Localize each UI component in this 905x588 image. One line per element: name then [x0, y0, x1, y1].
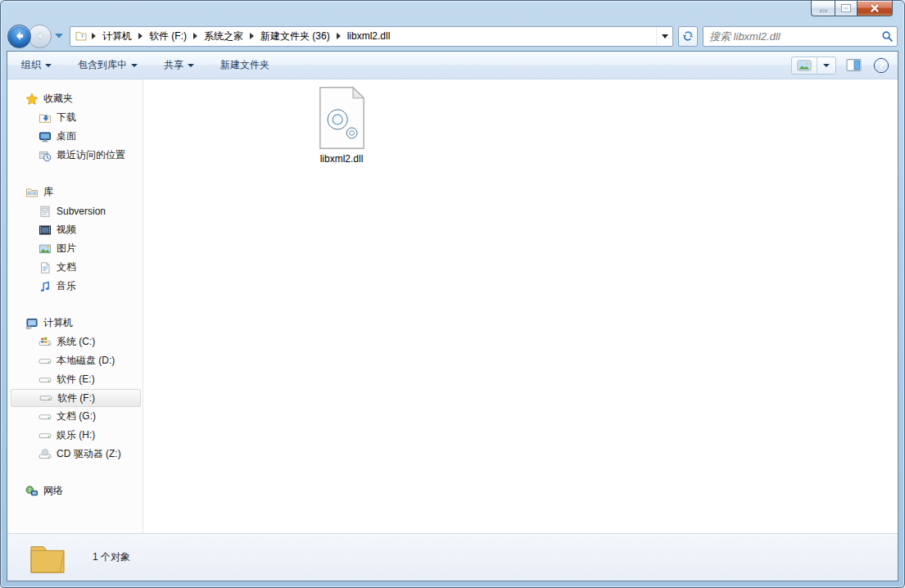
forward-button[interactable] — [28, 25, 52, 48]
address-dropdown-button[interactable] — [656, 27, 672, 46]
computer-icon — [25, 317, 38, 330]
desktop-label: 桌面 — [57, 129, 76, 143]
breadcrumb-folder1[interactable]: 系统之家 — [198, 29, 249, 43]
share-button[interactable]: 共享 — [156, 54, 201, 76]
details-pane: 1 个对象 — [7, 533, 898, 581]
recent-pages-dropdown[interactable] — [55, 34, 63, 38]
chevron-right-icon — [193, 33, 197, 39]
videos-label: 视频 — [57, 223, 76, 237]
music-label: 音乐 — [57, 279, 76, 293]
include-in-library-button[interactable]: 包含到库中 — [70, 54, 145, 76]
cd-drive-icon — [38, 448, 52, 461]
organize-label: 组织 — [21, 58, 41, 72]
sidebar-item-music[interactable]: 音乐 — [7, 277, 143, 296]
videos-icon — [38, 224, 52, 237]
navigation-bar: 计算机 软件 (F:) 系统之家 新建文件夹 (36) libxml2.dll — [7, 23, 898, 49]
sidebar-item-desktop[interactable]: 桌面 — [7, 127, 143, 146]
sidebar-item-drive-d[interactable]: 本地磁盘 (D:) — [7, 351, 143, 370]
help-button[interactable] — [871, 56, 891, 75]
star-icon — [25, 93, 38, 106]
sidebar-group-favorites[interactable]: 收藏夹 — [7, 89, 143, 108]
views-dropdown-button[interactable] — [817, 57, 835, 74]
views-split-button — [791, 57, 836, 75]
preview-pane-button[interactable] — [844, 57, 863, 74]
folder-icon — [29, 541, 66, 575]
toolbar-right-group — [791, 56, 891, 75]
explorer-body: 收藏夹 下载 桌面 最近访问的位置 — [7, 79, 898, 533]
drive-f-label: 软件 (F:) — [57, 391, 95, 405]
desktop-icon — [38, 130, 52, 143]
chevron-right-icon — [337, 33, 341, 39]
new-folder-button[interactable]: 新建文件夹 — [213, 54, 277, 76]
recent-places-icon — [38, 149, 52, 162]
sidebar-item-pictures[interactable]: 图片 — [7, 239, 143, 258]
views-icon — [797, 60, 812, 71]
network-icon — [25, 485, 38, 498]
change-view-button[interactable] — [792, 57, 817, 74]
drive-h-label: 娱乐 (H:) — [57, 428, 95, 442]
refresh-button[interactable] — [678, 26, 698, 47]
sidebar-group-network[interactable]: 网络 — [7, 482, 143, 500]
sidebar-item-subversion[interactable]: Subversion — [7, 201, 143, 220]
breadcrumb-current[interactable]: libxml2.dll — [342, 30, 396, 42]
sidebar-item-drive-h[interactable]: 娱乐 (H:) — [7, 426, 143, 445]
sidebar-item-drive-f[interactable]: 软件 (F:) — [11, 389, 141, 407]
preview-pane-icon — [846, 58, 862, 72]
include-in-library-label: 包含到库中 — [78, 58, 127, 72]
organize-button[interactable]: 组织 — [14, 54, 59, 76]
breadcrumb-drive-f[interactable]: 软件 (F:) — [143, 29, 192, 43]
sidebar-group-computer[interactable]: 计算机 — [7, 314, 143, 332]
item-count-label: 1 个对象 — [93, 550, 130, 564]
drive-icon — [38, 410, 52, 423]
help-icon — [873, 57, 889, 74]
library-icon — [38, 205, 52, 218]
breadcrumb-folder2[interactable]: 新建文件夹 (36) — [255, 29, 336, 43]
drive-c-label: 系统 (C:) — [57, 335, 95, 349]
minimize-button[interactable] — [811, 1, 835, 16]
address-bar[interactable]: 计算机 软件 (F:) 系统之家 新建文件夹 (36) libxml2.dll — [70, 26, 673, 47]
file-list-area[interactable]: libxml2.dll — [143, 79, 898, 533]
documents-icon — [38, 261, 52, 274]
drive-icon — [38, 355, 52, 368]
search-icon[interactable] — [881, 30, 894, 43]
chevron-right-icon — [92, 33, 96, 39]
sidebar-item-documents[interactable]: 文档 — [7, 258, 143, 277]
breadcrumb-computer[interactable]: 计算机 — [97, 29, 138, 43]
search-box — [703, 26, 898, 47]
download-folder-icon — [38, 111, 52, 124]
client-area: 组织 包含到库中 共享 新建文件夹 — [7, 51, 898, 581]
share-label: 共享 — [164, 58, 183, 72]
new-folder-label: 新建文件夹 — [220, 58, 269, 72]
navigation-pane: 收藏夹 下载 桌面 最近访问的位置 — [7, 79, 143, 533]
file-name-label: libxml2.dll — [320, 153, 364, 165]
sidebar-item-drive-g[interactable]: 文档 (G:) — [7, 407, 143, 426]
drive-icon — [38, 373, 52, 387]
system-drive-icon — [38, 336, 52, 349]
search-input[interactable] — [709, 30, 881, 43]
chevron-down-icon — [662, 34, 668, 38]
sidebar-item-recent-places[interactable]: 最近访问的位置 — [7, 146, 143, 165]
drive-z-label: CD 驱动器 (Z:) — [57, 447, 121, 461]
sidebar-item-drive-c[interactable]: 系统 (C:) — [7, 332, 143, 351]
sidebar-item-drive-z[interactable]: CD 驱动器 (Z:) — [7, 445, 143, 464]
maximize-button[interactable] — [835, 1, 857, 16]
current-location-icon[interactable] — [75, 29, 88, 43]
forward-arrow-icon — [34, 29, 47, 43]
libraries-label: 库 — [43, 185, 53, 199]
back-arrow-icon — [13, 29, 26, 43]
back-button[interactable] — [7, 25, 31, 48]
explorer-window: 计算机 软件 (F:) 系统之家 新建文件夹 (36) libxml2.dll — [0, 0, 905, 588]
sidebar-item-videos[interactable]: 视频 — [7, 220, 143, 239]
close-icon — [870, 3, 880, 13]
sidebar-item-drive-e[interactable]: 软件 (E:) — [7, 370, 143, 389]
libraries-group: 库 Subversion 视频 图片 — [7, 183, 143, 296]
sidebar-item-downloads[interactable]: 下载 — [7, 108, 143, 127]
close-button[interactable] — [857, 1, 893, 16]
drive-d-label: 本地磁盘 (D:) — [57, 354, 115, 368]
network-label: 网络 — [43, 484, 63, 498]
drive-icon — [38, 429, 52, 442]
command-toolbar: 组织 包含到库中 共享 新建文件夹 — [7, 52, 898, 79]
libraries-icon — [25, 186, 38, 199]
file-libxml2-dll[interactable]: libxml2.dll — [302, 86, 381, 165]
sidebar-group-libraries[interactable]: 库 — [7, 183, 143, 201]
